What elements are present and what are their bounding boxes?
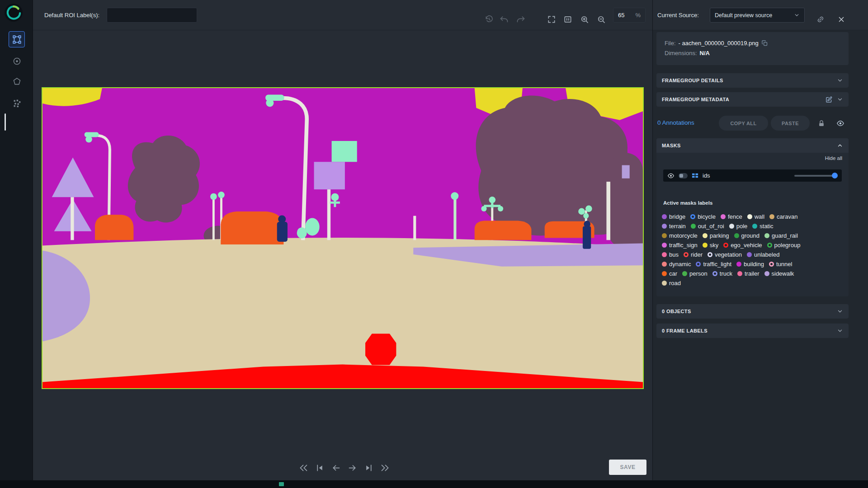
mask-label-motorcycle[interactable]: motorcycle — [662, 232, 698, 239]
annotations-count: 0 Annotations — [657, 119, 694, 126]
bottom-bar — [0, 480, 868, 488]
mask-color-dot — [734, 233, 739, 238]
mask-color-dot — [662, 281, 667, 286]
mask-opacity-slider[interactable] — [794, 175, 838, 177]
fast-forward-button[interactable] — [379, 462, 391, 474]
mask-label-bus[interactable]: bus — [662, 251, 679, 258]
mask-label-polegroup[interactable]: polegroup — [767, 242, 801, 249]
undo-button[interactable] — [498, 14, 510, 25]
mask-color-dot — [662, 262, 667, 267]
app-logo[interactable] — [4, 3, 23, 22]
mask-label-rider[interactable]: rider — [684, 251, 703, 258]
mask-label-building[interactable]: building — [736, 261, 764, 267]
mask-mode-toggle[interactable] — [679, 173, 688, 178]
mask-label-pole[interactable]: pole — [729, 223, 748, 230]
mask-label-person[interactable]: person — [682, 270, 708, 277]
step-back-button[interactable] — [330, 462, 342, 474]
mask-label-truck[interactable]: truck — [712, 270, 732, 277]
mask-label-wall[interactable]: wall — [747, 213, 764, 220]
link-icon[interactable] — [815, 14, 826, 25]
next-frame-button[interactable] — [363, 462, 374, 474]
mask-color-dot — [662, 271, 667, 276]
tool-bbox[interactable] — [9, 31, 25, 47]
tool-polygon[interactable] — [9, 73, 25, 89]
mask-label-bridge[interactable]: bridge — [662, 213, 685, 220]
mask-label-parking[interactable]: parking — [703, 232, 729, 239]
mask-label-out_of_roi[interactable]: out_of_roi — [691, 223, 724, 230]
zoom-out-icon[interactable] — [595, 14, 607, 25]
mask-label-text: trailer — [745, 270, 760, 277]
mask-label-static[interactable]: static — [752, 223, 773, 230]
mask-label-ego_vehicle[interactable]: ego_vehicle — [723, 242, 762, 249]
mask-label-car[interactable]: car — [662, 270, 677, 277]
lock-icon[interactable] — [816, 117, 827, 129]
mask-label-sky[interactable]: sky — [703, 242, 719, 249]
mask-grid-icon[interactable] — [692, 172, 698, 179]
eye-icon[interactable] — [667, 172, 675, 179]
objects-section[interactable]: 0 OBJECTS — [656, 304, 849, 319]
mask-label-text: parking — [710, 232, 729, 239]
rewind-button[interactable] — [297, 462, 309, 474]
history-button[interactable] — [483, 14, 495, 25]
top-toolbar: Default ROI Label(s): — [33, 0, 652, 30]
mask-label-unlabeled[interactable]: unlabeled — [747, 251, 779, 258]
mask-label-traffic_light[interactable]: traffic_light — [696, 261, 731, 267]
mask-label-guard_rail[interactable]: guard_rail — [764, 232, 798, 239]
canvas-area[interactable]: SAVE — [33, 30, 652, 480]
mask-color-dot — [691, 224, 696, 229]
mask-color-dot — [769, 214, 774, 219]
edit-metadata-icon[interactable] — [826, 96, 832, 103]
paste-button[interactable]: PASTE — [771, 116, 810, 131]
mask-layer-row[interactable]: ids — [663, 169, 842, 182]
mask-color-dot — [752, 224, 757, 229]
mask-label-text: vegetation — [715, 251, 742, 258]
copy-filename-icon[interactable] — [761, 40, 768, 47]
hide-all-link[interactable]: Hide all — [825, 155, 842, 161]
save-button[interactable]: SAVE — [609, 460, 646, 475]
roi-input[interactable] — [107, 8, 197, 23]
close-icon[interactable] — [835, 14, 847, 25]
mask-color-dot — [764, 233, 769, 238]
frame-labels-section[interactable]: 0 FRAME LABELS — [656, 324, 849, 338]
mask-label-ground[interactable]: ground — [734, 232, 760, 239]
redo-button[interactable] — [515, 14, 527, 25]
mask-label-bicycle[interactable]: bicycle — [690, 213, 716, 220]
framegroup-metadata-section[interactable]: FRAMEGROUP METADATA — [656, 92, 849, 107]
slider-thumb[interactable] — [832, 173, 838, 178]
visibility-icon[interactable] — [835, 117, 846, 129]
active-masks-title: Active masks labels — [663, 200, 712, 206]
zoom-unit: % — [635, 12, 641, 19]
chevron-down-icon — [837, 308, 843, 314]
mask-label-text: dynamic — [669, 261, 691, 267]
mask-label-fence[interactable]: fence — [721, 213, 742, 220]
fit-to-screen-icon[interactable] — [546, 14, 557, 25]
rail-scroll-indicator — [5, 113, 6, 131]
mask-label-tunnel[interactable]: tunnel — [769, 261, 792, 267]
zoom-level-control[interactable]: 65 % — [613, 8, 646, 23]
frame-labels-title: 0 FRAME LABELS — [662, 328, 708, 333]
mask-color-dot — [708, 252, 712, 257]
segmentation-image[interactable] — [42, 87, 644, 389]
mask-label-text: terrain — [669, 223, 686, 230]
prev-frame-button[interactable] — [314, 462, 326, 474]
tool-ellipse[interactable] — [9, 53, 25, 69]
tool-semantic-brush[interactable] — [9, 95, 25, 111]
mask-label-caravan[interactable]: caravan — [769, 213, 797, 220]
zoom-in-icon[interactable] — [579, 14, 590, 25]
mask-label-dynamic[interactable]: dynamic — [662, 261, 691, 267]
mask-label-traffic_sign[interactable]: traffic_sign — [662, 242, 698, 249]
mask-label-sidewalk[interactable]: sidewalk — [764, 270, 794, 277]
mask-color-dot — [690, 214, 695, 219]
mask-label-vegetation[interactable]: vegetation — [708, 251, 742, 258]
actual-size-icon[interactable] — [562, 14, 574, 25]
framegroup-details-section[interactable]: FRAMEGROUP DETAILS — [656, 73, 849, 88]
mask-label-terrain[interactable]: terrain — [662, 223, 686, 230]
mask-label-road[interactable]: road — [662, 280, 681, 286]
masks-section-header[interactable]: MASKS — [656, 138, 849, 153]
copy-all-button[interactable]: COPY ALL — [719, 116, 768, 131]
chevron-down-icon — [837, 328, 843, 334]
taskbar-item[interactable] — [279, 482, 284, 486]
source-dropdown[interactable]: Default preview source — [710, 8, 805, 23]
step-forward-button[interactable] — [346, 462, 358, 474]
mask-label-trailer[interactable]: trailer — [737, 270, 760, 277]
